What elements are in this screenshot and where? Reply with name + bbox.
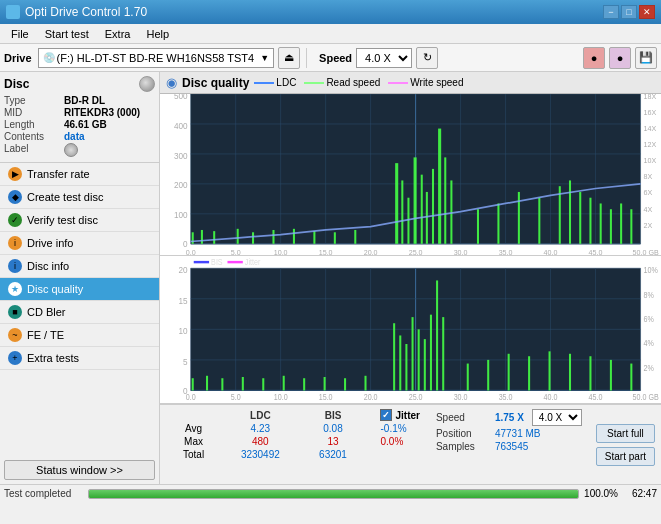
speed-section: Speed 1.75 X 4.0 X Position 47731 MB Sam… xyxy=(428,405,590,484)
status-window-button[interactable]: Status window >> xyxy=(4,460,155,480)
svg-rect-35 xyxy=(438,129,441,244)
svg-text:300: 300 xyxy=(174,150,188,161)
sidebar: Disc Type BD-R DL MID RITEKDR3 (000) Len… xyxy=(0,72,160,484)
svg-rect-115 xyxy=(442,317,444,390)
sidebar-item-cd-bler[interactable]: ■ CD Bler xyxy=(0,301,159,324)
ldc-line xyxy=(254,82,274,84)
samples-label: Samples xyxy=(436,441,491,452)
svg-rect-46 xyxy=(600,203,602,243)
legend-ldc: LDC xyxy=(254,77,296,88)
svg-text:14X: 14X xyxy=(644,123,657,133)
write-line xyxy=(388,82,408,84)
close-button[interactable]: ✕ xyxy=(639,5,655,19)
disc-title: Disc xyxy=(4,77,29,91)
svg-rect-49 xyxy=(630,209,632,244)
menu-file[interactable]: File xyxy=(4,26,36,42)
sidebar-item-drive-info[interactable]: i Drive info xyxy=(0,232,159,255)
sidebar-item-transfer-rate[interactable]: ▶ Transfer rate xyxy=(0,163,159,186)
svg-text:30.0: 30.0 xyxy=(454,393,468,403)
svg-text:50.0 GB: 50.0 GB xyxy=(633,393,659,403)
start-part-button[interactable]: Start part xyxy=(596,447,655,466)
max-ldc: 480 xyxy=(219,435,301,448)
svg-text:20.0: 20.0 xyxy=(364,393,378,403)
sidebar-item-extra-tests[interactable]: + Extra tests xyxy=(0,347,159,370)
total-label: Total xyxy=(168,448,219,461)
verify-test-icon: ✓ xyxy=(8,213,22,227)
svg-text:15.0: 15.0 xyxy=(319,393,333,403)
svg-rect-116 xyxy=(467,364,469,391)
position-value: 47731 MB xyxy=(495,428,541,439)
sidebar-item-create-test[interactable]: ◆ Create test disc xyxy=(0,186,159,209)
sidebar-item-verify-test[interactable]: ✓ Verify test disc xyxy=(0,209,159,232)
eject-button[interactable]: ⏏ xyxy=(278,47,300,69)
stats-row: LDC BIS Avg 4.23 0.08 Max 480 xyxy=(160,404,661,484)
create-test-icon: ◆ xyxy=(8,190,22,204)
svg-rect-106 xyxy=(364,376,366,391)
transfer-rate-icon: ▶ xyxy=(8,167,22,181)
svg-text:10X: 10X xyxy=(644,156,657,166)
svg-rect-76 xyxy=(194,261,209,263)
svg-text:20: 20 xyxy=(179,265,188,276)
svg-text:10.0: 10.0 xyxy=(274,393,288,403)
svg-rect-111 xyxy=(418,330,420,391)
chart1-container: 500 400 300 200 100 0 18X 16X 14X 12X 10… xyxy=(160,94,661,256)
total-ldc: 3230492 xyxy=(219,448,301,461)
svg-text:200: 200 xyxy=(174,180,188,191)
speed-select-stats[interactable]: 4.0 X xyxy=(532,409,582,426)
svg-text:50.0 GB: 50.0 GB xyxy=(633,248,659,255)
svg-rect-47 xyxy=(610,209,612,244)
drive-select[interactable]: 💿 (F:) HL-DT-ST BD-RE WH16NS58 TST4 ▼ xyxy=(38,48,275,68)
svg-rect-27 xyxy=(354,230,356,244)
chart2-svg: BIS Jitter xyxy=(160,256,661,403)
refresh-button[interactable]: ↻ xyxy=(416,47,438,69)
cd-bler-icon: ■ xyxy=(8,305,22,319)
jitter-check: ✓ Jitter xyxy=(380,409,419,421)
svg-text:500: 500 xyxy=(174,94,188,101)
menu-start-test[interactable]: Start test xyxy=(38,26,96,42)
svg-text:5: 5 xyxy=(183,356,188,367)
disc-info-icon: i xyxy=(8,259,22,273)
svg-rect-107 xyxy=(393,324,395,391)
chart1-svg: 500 400 300 200 100 0 18X 16X 14X 12X 10… xyxy=(160,94,661,255)
minimize-button[interactable]: − xyxy=(603,5,619,19)
charts-area: 500 400 300 200 100 0 18X 16X 14X 12X 10… xyxy=(160,94,661,404)
svg-rect-34 xyxy=(432,169,434,244)
svg-rect-26 xyxy=(334,232,336,244)
svg-text:18X: 18X xyxy=(644,94,657,101)
save-button[interactable]: 💾 xyxy=(635,47,657,69)
max-label: Max xyxy=(168,435,219,448)
disc-row-type: Type BD-R DL xyxy=(4,95,155,106)
sidebar-item-disc-quality[interactable]: ★ Disc quality xyxy=(0,278,159,301)
disc-row-label: Label xyxy=(4,143,155,157)
svg-rect-43 xyxy=(569,180,571,243)
svg-text:4%: 4% xyxy=(644,339,654,349)
svg-rect-113 xyxy=(430,315,432,391)
maximize-button[interactable]: □ xyxy=(621,5,637,19)
avg-bis: 0.08 xyxy=(302,422,365,435)
content-header: ◉ Disc quality LDC Read speed Write spee… xyxy=(160,72,661,94)
disc-button2[interactable]: ● xyxy=(609,47,631,69)
progress-time: 62:47 xyxy=(622,488,657,499)
menu-help[interactable]: Help xyxy=(139,26,176,42)
jitter-section: ✓ Jitter -0.1% 0.0% xyxy=(372,405,427,484)
disc-button1[interactable]: ● xyxy=(583,47,605,69)
position-label: Position xyxy=(436,428,491,439)
svg-rect-98 xyxy=(206,376,208,391)
svg-rect-122 xyxy=(589,357,591,391)
svg-rect-124 xyxy=(630,364,632,391)
svg-text:100: 100 xyxy=(174,210,188,221)
sidebar-item-disc-info[interactable]: i Disc info xyxy=(0,255,159,278)
buttons-section: Start full Start part xyxy=(590,405,661,484)
jitter-checkbox[interactable]: ✓ xyxy=(380,409,392,421)
sidebar-item-fe-te[interactable]: ~ FE / TE xyxy=(0,324,159,347)
speed-select[interactable]: 4.0 X 2.0 X 1.0 X xyxy=(356,48,412,68)
svg-rect-23 xyxy=(272,230,274,244)
start-full-button[interactable]: Start full xyxy=(596,424,655,443)
svg-text:BIS: BIS xyxy=(211,257,223,267)
menu-extra[interactable]: Extra xyxy=(98,26,138,42)
disc-icon xyxy=(139,76,155,92)
titlebar-controls: − □ ✕ xyxy=(603,5,655,19)
svg-rect-21 xyxy=(237,229,239,244)
progress-bar-outer xyxy=(88,489,579,499)
stats-row-total: Total 3230492 63201 xyxy=(168,448,364,461)
